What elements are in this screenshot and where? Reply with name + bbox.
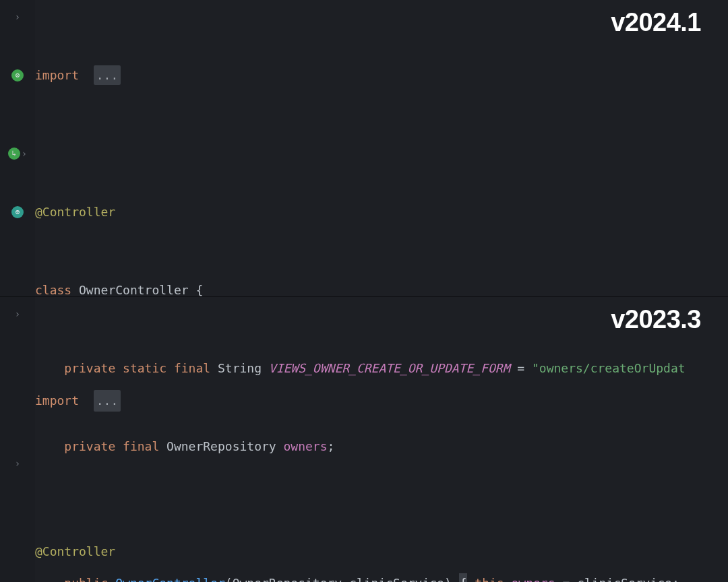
fold-chevron[interactable]: › [0, 7, 35, 26]
import-fold[interactable]: ... [94, 390, 121, 412]
gutter-bottom: › › [0, 297, 35, 582]
annotation: @Controller [35, 202, 115, 222]
web-gutter-icon[interactable]: ⊕ [0, 202, 35, 222]
fold-chevron[interactable]: › [0, 453, 35, 473]
code-area-bottom[interactable]: .bottom-half .line{height:32px;} .bottom… [35, 297, 728, 582]
fold-chevron[interactable]: › [0, 304, 35, 323]
code-line: import ... [35, 65, 728, 85]
editor-pane-bottom: v2023.3 › › .bottom-half .line{height:32… [0, 296, 728, 582]
import-fold[interactable]: ... [94, 65, 121, 85]
version-label-top: v2024.1 [611, 8, 701, 37]
editor-pane-top: v2024.1 › ⊘ ↳› ⊕ import ... @Controller … [0, 0, 728, 296]
code-line: @Controller [35, 541, 728, 562]
blank-line [35, 455, 728, 476]
run-icon: ↳ [8, 148, 20, 160]
import-keyword: import [35, 65, 79, 85]
blank-line [35, 124, 728, 143]
gutter-top: › ⊘ ↳› ⊕ [0, 0, 35, 296]
code-line: import ... [35, 390, 728, 412]
ctor-gutter-icon[interactable]: ↳› [0, 143, 35, 163]
version-label-bottom: v2023.3 [611, 305, 701, 334]
globe-icon: ⊕ [11, 206, 24, 218]
class-gutter-icon[interactable]: ⊘ [0, 65, 35, 85]
code-line: @Controller [35, 202, 728, 222]
no-entry-icon: ⊘ [11, 69, 24, 82]
